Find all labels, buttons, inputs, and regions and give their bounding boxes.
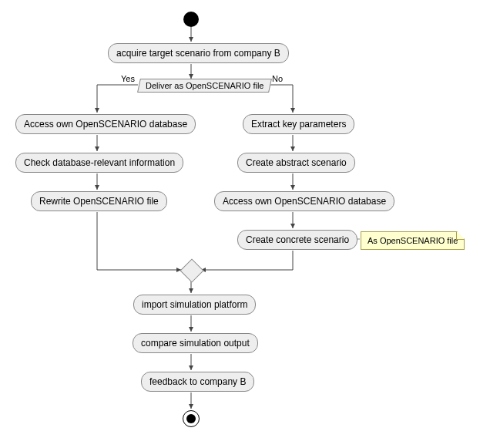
activity-no-3: Create concrete scenario — [237, 230, 357, 250]
activity-yes-1: Check database-relevant information — [15, 153, 183, 173]
activity-label: Rewrite OpenSCENARIO file — [39, 196, 159, 207]
activity-label: import simulation platform — [142, 299, 247, 310]
start-node — [183, 12, 199, 27]
edge-label-yes: Yes — [121, 74, 135, 83]
activity-label: Check database-relevant information — [24, 157, 175, 168]
activity-label: Create concrete scenario — [246, 234, 349, 245]
activity-label: compare simulation output — [141, 338, 250, 349]
activity-after-2: feedback to company B — [141, 372, 254, 392]
activity-label: acquire target scenario from company B — [116, 48, 280, 59]
decision-label-text: Deliver as OpenSCENARIO file — [146, 81, 263, 90]
activity-after-1: compare simulation output — [133, 333, 258, 353]
activity-label: Create abstract scenario — [246, 157, 347, 168]
activity-label: Access own OpenSCENARIO database — [24, 119, 187, 130]
decision-deliver: Deliver as OpenSCENARIO file — [137, 79, 272, 93]
activity-after-0: import simulation platform — [133, 295, 256, 315]
activity-no-0: Extract key parameters — [243, 114, 354, 134]
activity-no-2: Access own OpenSCENARIO database — [214, 191, 394, 211]
activity-acquire: acquire target scenario from company B — [108, 43, 289, 63]
activity-label: Extract key parameters — [251, 119, 346, 130]
activity-yes-2: Rewrite OpenSCENARIO file — [31, 191, 167, 211]
activity-label: feedback to company B — [149, 376, 246, 387]
activity-yes-0: Access own OpenSCENARIO database — [15, 114, 196, 134]
note-openscenario: As OpenSCENARIO file — [361, 231, 465, 250]
merge-node — [180, 258, 203, 282]
note-text: As OpenSCENARIO file — [368, 236, 458, 245]
activity-label: Access own OpenSCENARIO database — [223, 196, 386, 207]
edge-label-no: No — [272, 74, 283, 83]
end-node — [183, 410, 200, 427]
activity-no-1: Create abstract scenario — [237, 153, 355, 173]
